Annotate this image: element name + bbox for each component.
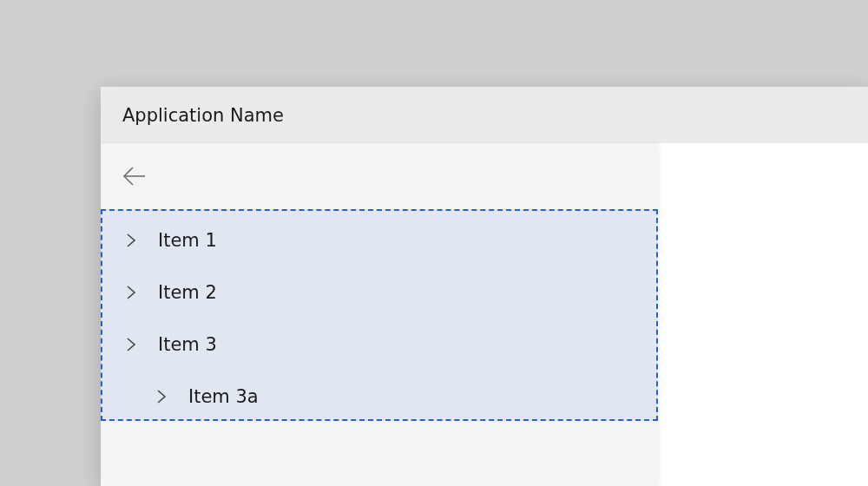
tree-item-1[interactable]: Item 1 — [101, 214, 658, 266]
app-title: Application Name — [122, 105, 284, 126]
tree-item-3[interactable]: Item 3 — [101, 319, 658, 371]
navigation-pane: Item 1 Item 2 Item 3 — [101, 143, 658, 486]
content-area — [658, 143, 868, 486]
chevron-right-icon[interactable] — [122, 285, 140, 300]
tree-item-label: Item 3 — [158, 334, 217, 355]
tree-view: Item 1 Item 2 Item 3 — [101, 209, 658, 423]
back-row — [101, 143, 658, 209]
app-window: Application Name Ite — [101, 87, 868, 486]
title-bar: Application Name — [101, 87, 868, 143]
chevron-right-icon[interactable] — [122, 337, 140, 352]
chevron-right-icon[interactable] — [153, 389, 170, 404]
back-arrow-icon[interactable] — [122, 166, 147, 187]
tree-container: Item 1 Item 2 Item 3 — [101, 209, 658, 486]
chevron-right-icon[interactable] — [122, 233, 140, 248]
tree-item-2[interactable]: Item 2 — [101, 266, 658, 319]
tree-item-label: Item 1 — [158, 230, 217, 251]
window-body: Item 1 Item 2 Item 3 — [101, 143, 868, 486]
tree-item-label: Item 2 — [158, 282, 217, 303]
tree-item-label: Item 3a — [188, 386, 259, 407]
tree-item-3a[interactable]: Item 3a — [101, 371, 658, 423]
